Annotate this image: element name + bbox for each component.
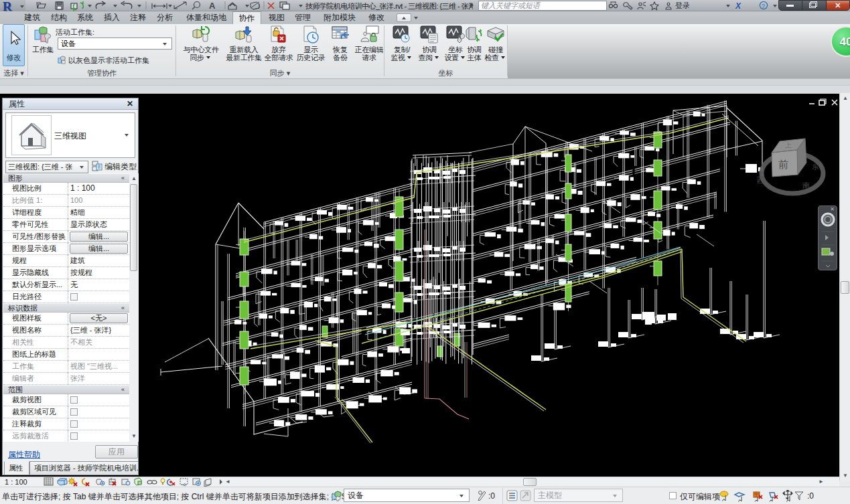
svg-text:登录: 登录 xyxy=(675,1,690,9)
svg-text:X: X xyxy=(735,1,741,11)
svg-text:?: ? xyxy=(762,3,765,9)
svg-text:前: 前 xyxy=(778,159,788,170)
svg-text:南: 南 xyxy=(802,181,810,189)
svg-text:东: 东 xyxy=(812,163,819,171)
svg-text:西: 西 xyxy=(757,176,764,184)
svg-text:上: 上 xyxy=(784,141,792,149)
svg-text:A: A xyxy=(209,1,216,11)
